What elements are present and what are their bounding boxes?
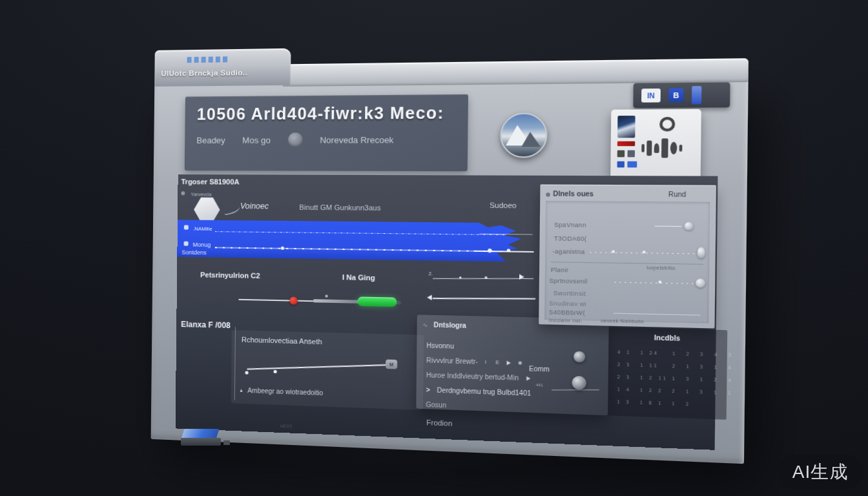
matrix-title: Incdbls xyxy=(654,334,680,342)
record-circle-icon[interactable] xyxy=(287,132,302,147)
dialog-item-1[interactable]: Hsvonnu xyxy=(426,342,454,350)
swatch-dark-icon[interactable] xyxy=(617,150,625,158)
track2-sublabel: Sontdens xyxy=(181,249,206,256)
prop-row-4-right: torpetstritio xyxy=(647,265,676,271)
dialog-title: Dntslogra xyxy=(433,321,466,329)
track2-icon[interactable] xyxy=(184,242,189,246)
panel-bullet-icon xyxy=(546,192,550,196)
asset-panel xyxy=(610,109,701,179)
red-slider-track[interactable] xyxy=(238,299,313,302)
tick-dot xyxy=(325,294,327,297)
bullet-icon xyxy=(181,191,185,195)
detail-slider-handle[interactable]: M xyxy=(386,359,397,369)
matrix-row: 2 3 1 11 2 1 3 1 4 xyxy=(617,362,732,371)
detail-title: Elanxa F /008 xyxy=(181,320,231,330)
detail-slider-dot-2[interactable] xyxy=(274,370,277,373)
mini-slider-track-1[interactable] xyxy=(433,278,533,279)
prop-row-7[interactable]: Snudinav wi xyxy=(549,300,586,307)
dialog-item-4[interactable]: > Derdngvbemu trug Bulbd1401 xyxy=(426,386,532,397)
page-title: 10506 Arld404-fiwr:k3 Meco: xyxy=(197,103,444,124)
wave-dot[interactable] xyxy=(281,247,284,250)
prop-knob-3[interactable] xyxy=(698,247,705,258)
waveform-line-1 xyxy=(215,231,515,235)
dialog-item-2-marks: i E xyxy=(485,359,499,366)
red-slider-knob[interactable] xyxy=(289,296,298,305)
mixer-left-label: Petsrinyulrion C2 xyxy=(200,271,260,280)
matrix-panel: Incdbls 4 1 1 24 1 2 3 4 3 2 3 1 11 2 1 … xyxy=(608,327,727,420)
properties-panel: Dlnels oues Rund SpaVnann T3ODA60( -agan… xyxy=(539,185,716,329)
track2-label: Monug xyxy=(193,242,211,248)
clip-name[interactable]: Voinoec xyxy=(240,202,269,211)
dialog-item-3[interactable]: Huroe Inddlvieutry bertud-Min xyxy=(426,371,531,382)
detail-slider-dot-1[interactable] xyxy=(245,371,248,374)
mini-slider-track-2[interactable] xyxy=(433,298,535,300)
red-level-bar xyxy=(617,141,635,147)
swatch-blue2-icon[interactable] xyxy=(627,161,637,168)
hexagon-icon[interactable] xyxy=(194,196,220,223)
section-sub: Yanvevcla xyxy=(191,192,211,196)
prop-row-2[interactable]: T3ODA60( xyxy=(554,235,587,242)
run-button[interactable]: Rund xyxy=(668,191,687,198)
prop-knob-1[interactable] xyxy=(685,222,694,231)
prop-row-5[interactable]: Sprtnovsenil xyxy=(549,277,587,285)
swatch-gray-icon[interactable] xyxy=(628,150,635,158)
triangle-icon: ▲ xyxy=(239,388,243,393)
mini-slider-dot-2 xyxy=(484,276,487,279)
prop-row-4[interactable]: Planir xyxy=(551,267,569,274)
green-toggle-button[interactable] xyxy=(358,296,397,307)
detail-slider-track[interactable] xyxy=(247,364,389,369)
divider xyxy=(551,262,703,265)
mixer-mid-label: I Na Ging xyxy=(342,273,375,282)
properties-list: SpaVnann T3ODA60( -aganistna Planir torp… xyxy=(544,201,710,324)
track1-icon[interactable] xyxy=(184,225,189,229)
prop-row-8[interactable]: S40BB5rW( xyxy=(549,309,585,316)
header-card: 10506 Arld404-fiwr:k3 Meco: Beadey Mos g… xyxy=(185,94,468,171)
playhead-dot-2[interactable] xyxy=(507,249,511,252)
prop-row-9[interactable]: Incownr nvi- xyxy=(549,317,583,324)
image-thumbnail[interactable] xyxy=(617,116,636,138)
app-icon-light[interactable]: IN xyxy=(641,88,661,103)
brand-logo-bars xyxy=(641,133,683,163)
arrow-left-icon[interactable] xyxy=(427,294,432,300)
dialog-item-2[interactable]: Rivvvlrur Brewtr- i E xyxy=(426,356,522,367)
window-title-tab[interactable]: UlUotc Brnckja Sudio.. xyxy=(154,48,291,87)
dialog-knob-2[interactable] xyxy=(572,376,586,390)
menu-item-2[interactable]: Mos go xyxy=(242,135,271,145)
header-menu: Beadey Mos go Noreveda Rrecoek xyxy=(196,132,393,147)
app-icon-bar[interactable] xyxy=(692,86,701,104)
menu-item-3[interactable]: Noreveda Rrecoek xyxy=(320,134,393,145)
prop-row-6[interactable]: Sworttinsit xyxy=(553,290,586,298)
arrow-right-icon xyxy=(526,376,530,380)
timeline-right-label: Sudoeo xyxy=(490,201,517,209)
menu-item-1[interactable]: Beadey xyxy=(196,135,225,145)
ai-generated-watermark: AI生成 xyxy=(778,455,863,490)
dialog-item-5[interactable]: Gosun xyxy=(426,401,446,409)
dialog-knob-1[interactable] xyxy=(574,351,585,362)
matrix-row: 2 3 1 2 11 1 3 1 2 4 xyxy=(617,375,732,384)
dialog-panel: ∿ Dntslogra Hsvonnu Rivvvlrur Brewtr- i … xyxy=(416,315,608,415)
chevron-right-icon: > xyxy=(426,386,430,394)
floor-object-bit xyxy=(223,440,230,445)
playhead-dot-1[interactable] xyxy=(488,249,492,253)
arrow-right-icon[interactable] xyxy=(519,274,524,280)
prop-row-1[interactable]: SpaVnann xyxy=(554,222,586,229)
app-icon-blue[interactable]: B xyxy=(668,88,683,103)
dialog-side-label: Eomm xyxy=(529,365,550,373)
tab-toolbar-icons xyxy=(187,56,231,63)
window-title: UlUotc Brnckja Sudio.. xyxy=(161,68,247,78)
prop-dotline-5 xyxy=(614,282,694,284)
swatch-blue-icon[interactable] xyxy=(617,161,625,168)
prop-row-3[interactable]: -aganistna xyxy=(552,248,584,255)
waveform-band[interactable]: .NAMllie Monug Sontdens xyxy=(177,220,530,262)
wave-icon: ∿ xyxy=(422,322,428,329)
swoosh-icon xyxy=(222,202,241,216)
matrix-row: 1 4 1 2 2 2 1 3 1 1 xyxy=(617,387,732,396)
prop-line-8 xyxy=(614,313,701,316)
detail-panel: Rchoumlovectiaa Anseth M ▲ Ambeegr ao wi… xyxy=(231,330,424,410)
clip-description: Binutt GM Gunkunn3aus xyxy=(299,203,380,212)
dialog-slider-line xyxy=(552,389,599,390)
arrow-right-icon xyxy=(507,360,511,365)
prop-knob-5[interactable] xyxy=(696,278,705,287)
detail-panel-title: Rchoumlovectiaa Anseth xyxy=(242,336,322,346)
matrix-row: 1 3 1 8 1 1 2 xyxy=(617,399,690,407)
